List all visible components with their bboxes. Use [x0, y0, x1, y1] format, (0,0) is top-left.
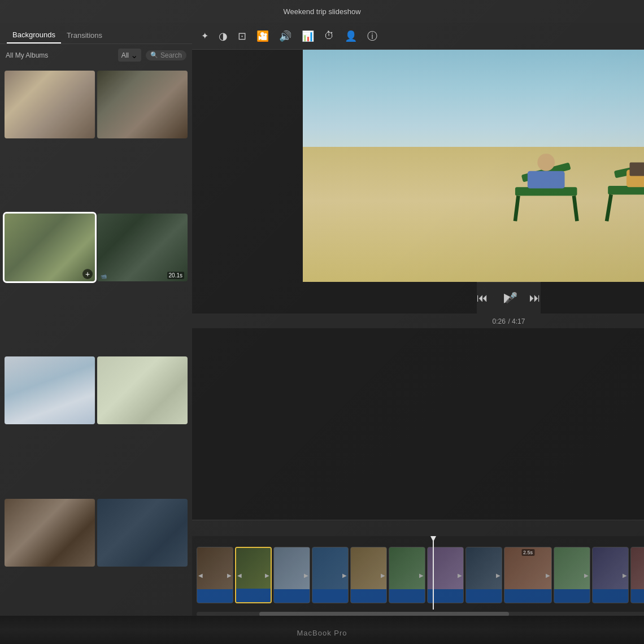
clip-right-arrow-7: ▶ [458, 572, 462, 578]
crop-icon[interactable]: ⊡ [238, 30, 246, 42]
people-chairs-svg [509, 124, 645, 263]
equalizer-icon[interactable]: 📊 [302, 30, 314, 42]
clip-thumb-2 [236, 548, 271, 589]
media-thumb-4[interactable]: 📹 20.1s [97, 214, 188, 281]
playhead [433, 536, 434, 610]
clip-thumb-8 [466, 547, 502, 589]
clip-duration-label: 20.1s [167, 272, 184, 279]
total-time-display: 4:17 [512, 317, 525, 325]
svg-line-8 [607, 195, 611, 221]
clip-thumb-10 [554, 547, 590, 589]
media-thumb-7[interactable] [5, 499, 95, 567]
timecode-bar: 0:26 / 4:17 [192, 314, 644, 328]
search-input[interactable]: Search [160, 51, 182, 59]
timeline-clip-3[interactable]: ▶ [273, 547, 310, 603]
timeline-header: 🔔 [192, 520, 644, 536]
beach-scene [303, 50, 645, 282]
search-field[interactable]: 🔍 Search [146, 50, 186, 60]
timeline-clip-6[interactable]: ▶ [389, 547, 425, 603]
search-icon: 🔍 [150, 51, 158, 59]
title-bar: Weekend trip slideshow [0, 0, 644, 23]
svg-rect-13 [629, 163, 644, 176]
timeline-clip-8[interactable]: ▶ [465, 547, 502, 603]
clip-blue-bar-4 [312, 589, 348, 603]
magic-wand-icon[interactable]: ✦ [201, 31, 208, 41]
clip-thumb-6 [389, 547, 425, 589]
timeline-clips[interactable]: ◀ ▶ ◀ ▶ ▶ ▶ [192, 536, 644, 610]
clip-right-arrow-6: ▶ [419, 572, 424, 578]
clip-left-arrow-2: ◀ [237, 572, 242, 578]
clip-right-arrow-2: ▶ [265, 572, 269, 578]
tab-transitions[interactable]: Transitions [61, 27, 108, 43]
svg-rect-7 [608, 186, 644, 194]
media-thumb-1[interactable] [5, 71, 95, 138]
microphone-icon[interactable]: 🎤 [505, 291, 517, 304]
media-thumb-5[interactable] [5, 356, 95, 424]
controls-bar: 🎤 ⏮ ▶ ⏭ [477, 282, 541, 314]
preview-area: 🎤 ⏮ ▶ ⏭ 0:26 / 4:17 [192, 50, 644, 520]
clip-blue-bar-2 [236, 589, 271, 602]
clip-thumb-3 [274, 547, 310, 589]
timeline-clip-12[interactable]: ▶ [630, 547, 644, 603]
svg-rect-1 [515, 188, 577, 196]
timeline-clip-1[interactable]: ◀ ▶ [197, 547, 233, 603]
clip-right-arrow-1: ▶ [227, 572, 232, 578]
tab-backgrounds[interactable]: Backgrounds [7, 27, 61, 43]
clip-blue-bar-12 [631, 589, 644, 603]
clip-right-arrow-5: ▶ [381, 572, 385, 578]
timecode-display: 0:26 [493, 317, 506, 325]
clip-right-arrow-3: ▶ [304, 572, 308, 578]
media-thumb-2[interactable] [97, 71, 188, 138]
timeline-clip-4[interactable]: ▶ [312, 547, 349, 603]
macbook-label: MacBook Pro [297, 629, 347, 637]
video-overlay-icon[interactable]: 🎦 [256, 30, 269, 42]
audio-icon[interactable]: 🔊 [279, 30, 291, 42]
media-thumb-6[interactable] [97, 356, 188, 424]
window-title: Weekend trip slideshow [283, 7, 360, 16]
svg-line-3 [573, 196, 576, 221]
clip-blue-bar-10 [554, 589, 590, 603]
clip-right-arrow-8: ▶ [496, 572, 501, 578]
clip-duration-9: 2.5s [521, 549, 534, 556]
clip-right-arrow-11: ▶ [623, 572, 627, 578]
media-thumb-3[interactable]: + [5, 214, 95, 281]
clip-blue-bar-8 [466, 589, 502, 603]
clip-left-arrow-1: ◀ [198, 572, 203, 578]
color-correction-icon[interactable]: ◑ [219, 30, 228, 42]
people-icon[interactable]: 👤 [345, 30, 357, 42]
info-icon[interactable]: ⓘ [367, 29, 377, 43]
timeline-clip-2[interactable]: ◀ ▶ [235, 547, 272, 603]
clip-blue-bar-6 [389, 589, 425, 603]
playhead-top [430, 536, 436, 542]
video-clip-icon: 📹 [101, 273, 107, 279]
media-thumb-8[interactable] [97, 499, 188, 567]
filter-all-label: All [121, 51, 129, 59]
albums-label: All My Albums [6, 51, 114, 59]
timeline-clip-10[interactable]: ▶ [554, 547, 590, 603]
filter-all-dropdown[interactable]: All ⌄ [118, 49, 141, 62]
filter-bar: All My Albums All ⌄ 🔍 Search [0, 44, 192, 66]
clip-thumb-12 [631, 547, 644, 589]
left-panel: Backgrounds Transitions All My Albums Al… [0, 23, 192, 644]
clip-thumb-4 [312, 547, 348, 589]
timeline-clip-9[interactable]: 2.5s ▶ [504, 547, 552, 603]
speed-icon[interactable]: ⏱ [324, 30, 334, 42]
clip-thumb-1 [197, 547, 233, 589]
forward-button[interactable]: ⏭ [529, 291, 541, 304]
clip-blue-bar-11 [593, 589, 628, 603]
right-panel: ✦ ◑ ⊡ 🎦 🔊 📊 ⏱ 👤 ⓘ [192, 23, 644, 644]
clip-thumb-11 [593, 547, 628, 589]
macbook-bottom-bar: MacBook Pro [0, 616, 644, 644]
rewind-button[interactable]: ⏮ [477, 291, 488, 304]
clip-blue-bar-9 [504, 589, 551, 603]
timeline-clip-5[interactable]: ▶ [350, 547, 387, 603]
chevron-down-icon: ⌄ [130, 50, 138, 60]
timeline-clip-11[interactable]: ▶ [592, 547, 629, 603]
clip-right-arrow-4: ▶ [342, 572, 347, 578]
media-grid: + 📹 20.1s [0, 66, 192, 644]
clip-thumb-5 [351, 547, 386, 589]
left-panel-tabs: Backgrounds Transitions [0, 23, 192, 44]
clip-blue-bar-5 [351, 589, 386, 603]
thumb-add-button-3[interactable]: + [82, 269, 93, 279]
clip-blue-bar-3 [274, 589, 310, 603]
